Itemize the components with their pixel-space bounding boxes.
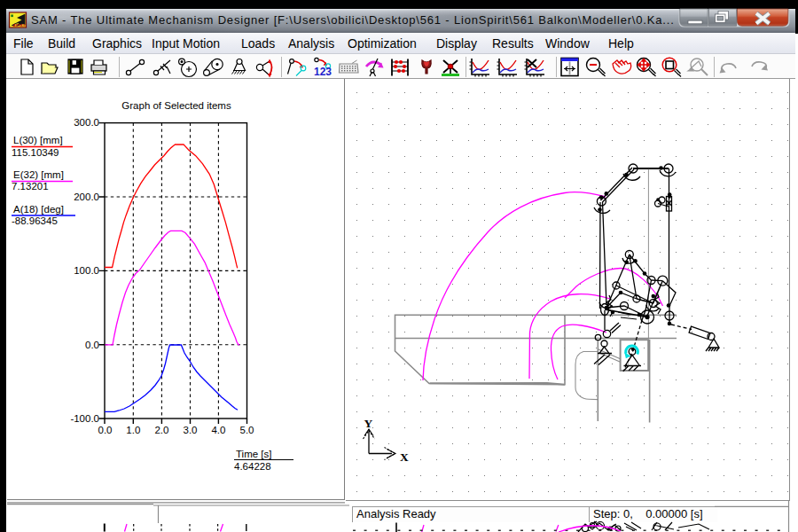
- svg-text:X: X: [400, 450, 409, 464]
- svg-text:115.10349: 115.10349: [12, 147, 59, 158]
- svg-text:200.0: 200.0: [74, 192, 99, 202]
- svg-text:0.0: 0.0: [85, 340, 99, 350]
- svg-text:1.0: 1.0: [126, 425, 140, 435]
- svg-text:Y: Y: [364, 417, 373, 430]
- svg-text:Time [s]: Time [s]: [236, 449, 271, 459]
- svg-text:Graph of Selected items: Graph of Selected items: [121, 100, 231, 111]
- svg-text:7.13201: 7.13201: [12, 181, 49, 192]
- svg-text:A(18) [deg]: A(18) [deg]: [13, 204, 64, 215]
- svg-text:5.0: 5.0: [240, 425, 254, 435]
- svg-text:0.0: 0.0: [98, 425, 113, 435]
- svg-text:3.0: 3.0: [184, 425, 198, 435]
- svg-text:123: 123: [314, 66, 332, 78]
- svg-text:-88.96345: -88.96345: [12, 215, 58, 226]
- svg-text:ARTAS: ARTAS: [13, 23, 26, 27]
- svg-text:2.0: 2.0: [154, 425, 168, 435]
- svg-text:100.0: 100.0: [74, 265, 99, 276]
- svg-text:4.0: 4.0: [211, 425, 225, 435]
- svg-text:4.64228: 4.64228: [234, 461, 271, 472]
- svg-text:300.0: 300.0: [74, 117, 99, 128]
- svg-text:E(32) [mm]: E(32) [mm]: [13, 169, 64, 180]
- svg-text:-100.0: -100.0: [70, 413, 99, 424]
- svg-text:L(30) [mm]: L(30) [mm]: [13, 135, 63, 145]
